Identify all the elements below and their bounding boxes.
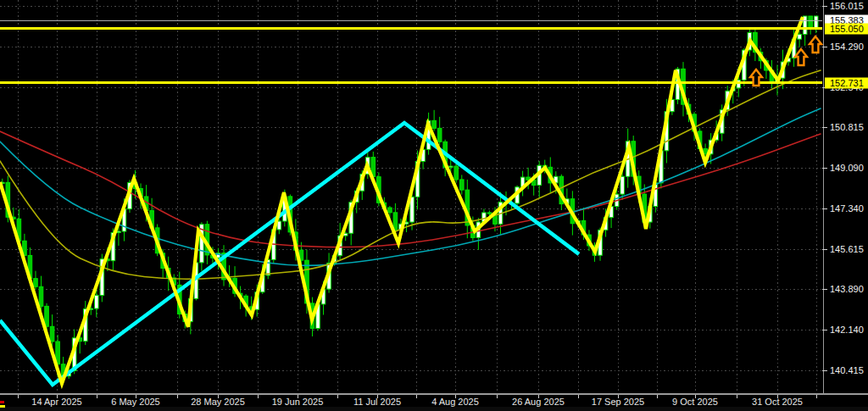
candle (620, 176, 625, 194)
trendlines[interactable] (0, 123, 579, 385)
x-axis-label: 11 Jul 2025 (353, 397, 401, 407)
ma-fast-olive (0, 70, 821, 279)
x-axis-label: 6 May 2025 (111, 397, 159, 407)
candle (39, 286, 43, 306)
candle (454, 166, 459, 180)
candle (809, 16, 813, 29)
y-axis-tick-label: 149.090 (830, 163, 864, 173)
candle (34, 279, 38, 287)
candle (432, 120, 437, 128)
y-axis-tick-label: 147.340 (830, 203, 864, 214)
candle (448, 166, 453, 167)
y-axis-tick-label: 156.015 (830, 1, 864, 11)
scrollbar-strip[interactable] (0, 407, 868, 411)
candle (487, 213, 492, 214)
candle (798, 34, 802, 39)
y-axis-tick-label: 143.890 (830, 284, 864, 294)
candle (117, 231, 121, 232)
up-arrow-icon (795, 49, 807, 65)
candle (45, 306, 49, 326)
y-axis-tick-label: 154.290 (830, 42, 864, 52)
up-arrow-icon (810, 36, 821, 53)
resistance-level-tag: 155.050 (825, 23, 868, 34)
chart-window: 14 Apr 2025 6 May 2025 28 May 2025 19 Ju… (0, 0, 868, 411)
candle (437, 128, 442, 142)
y-axis-tick-label: 140.415 (830, 365, 864, 375)
candle (737, 80, 741, 88)
x-axis-label: 31 Oct 2025 (752, 397, 803, 407)
candle (95, 295, 99, 308)
horizontal-levels[interactable] (0, 29, 822, 83)
x-axis-label: 19 Jun 2025 (272, 397, 324, 407)
y-axis-tick-label: 145.615 (830, 244, 864, 254)
candle (459, 180, 464, 190)
y-axis-tick-label: 142.140 (830, 325, 864, 335)
chart-canvas[interactable] (0, 0, 868, 411)
x-axis-label: 9 Oct 2025 (672, 397, 718, 407)
x-axis-label: 14 Apr 2025 (31, 397, 81, 407)
support-level-tag: 152.731 (825, 77, 868, 88)
x-axis-label: 4 Aug 2025 (431, 397, 479, 407)
candle (814, 16, 818, 29)
candle (388, 208, 392, 213)
candle (50, 326, 54, 342)
x-axis-label: 28 May 2025 (191, 397, 245, 407)
x-axis-label: 26 Aug 2025 (512, 397, 565, 407)
symbol-marker-yellow (0, 405, 5, 408)
y-axis-tick-label: 150.815 (830, 122, 864, 132)
x-axis-label: 17 Sep 2025 (592, 397, 644, 407)
symbol-marker-red (0, 401, 4, 403)
